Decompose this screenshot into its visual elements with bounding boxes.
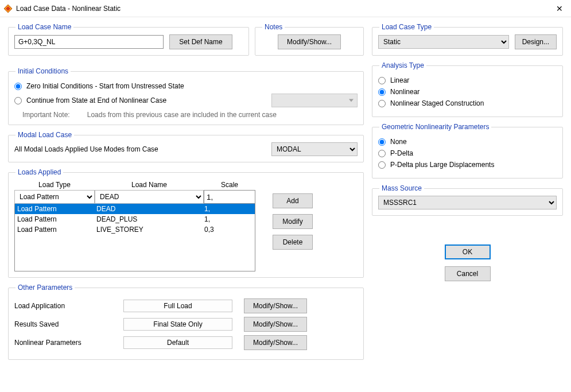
modify-show-load-application-button[interactable]: Modify/Show... — [244, 298, 307, 313]
nonlinear-parameters-label: Nonlinear Parameters — [14, 339, 112, 347]
load-scale-header: Scale — [204, 181, 255, 189]
window-title: Load Case Data - Nonlinear Static — [16, 5, 553, 13]
group-legend: Modal Load Case — [15, 131, 74, 139]
results-saved-label: Results Saved — [14, 320, 112, 328]
load-case-name-group: Load Case Name Set Def Name — [8, 23, 249, 56]
previous-case-select-disabled — [271, 94, 358, 107]
group-legend: Notes — [262, 23, 285, 31]
results-saved-value: Final State Only — [123, 318, 232, 331]
group-legend: Geometric Nonlinearity Parameters — [379, 123, 491, 131]
design-button[interactable]: Design... — [515, 34, 557, 49]
modal-load-case-group: Modal Load Case All Modal Loads Applied … — [8, 131, 364, 162]
group-legend: Other Parameters — [15, 284, 75, 292]
close-icon[interactable]: ✕ — [553, 3, 566, 14]
load-case-type-group: Load Case Type Static Design... — [372, 23, 563, 56]
other-parameters-group: Other Parameters Load Application Full L… — [8, 284, 364, 360]
zero-initial-radio[interactable] — [14, 83, 22, 90]
notes-group: Notes Modify/Show... — [255, 23, 364, 56]
modify-show-nonlinear-parameters-button[interactable]: Modify/Show... — [244, 335, 307, 350]
important-note-text: Loads from this previous case are includ… — [87, 111, 277, 119]
table-row[interactable]: Load Pattern LIVE_STOREY 0,3 — [15, 224, 255, 235]
analysis-staged-radio[interactable] — [378, 100, 386, 107]
load-type-header: Load Type — [14, 181, 95, 189]
modify-show-notes-button[interactable]: Modify/Show... — [278, 34, 341, 49]
geom-none-label: None — [390, 138, 407, 146]
load-case-name-input[interactable] — [14, 35, 164, 49]
modify-load-button[interactable]: Modify — [273, 214, 313, 229]
loads-list[interactable]: Load Pattern DEAD 1, Load Pattern DEAD_P… — [14, 204, 255, 271]
loads-applied-group: Loads Applied Load Type Load Name Scale … — [8, 168, 364, 278]
continue-state-label: Continue from State at End of Nonlinear … — [26, 96, 166, 104]
geom-pdelta-label: P-Delta — [390, 149, 413, 157]
important-note-label: Important Note: — [22, 111, 70, 119]
analysis-nonlinear-radio[interactable] — [378, 88, 386, 96]
add-load-button[interactable]: Add — [273, 193, 313, 208]
cancel-button[interactable]: Cancel — [445, 266, 491, 281]
geom-none-radio[interactable] — [378, 138, 386, 146]
group-legend: Initial Conditions — [15, 67, 71, 75]
modify-show-results-saved-button[interactable]: Modify/Show... — [244, 317, 307, 332]
geom-pdelta-large-radio[interactable] — [378, 161, 386, 169]
geom-pdelta-large-label: P-Delta plus Large Displacements — [390, 161, 494, 169]
load-application-value: Full Load — [123, 300, 232, 312]
ok-button[interactable]: OK — [445, 244, 491, 259]
mass-source-group: Mass Source MSSSRC1 — [372, 184, 563, 216]
analysis-type-group: Analysis Type Linear Nonlinear Nonlinear… — [372, 61, 563, 117]
delete-load-button[interactable]: Delete — [273, 235, 313, 250]
group-legend: Load Case Name — [15, 23, 73, 31]
table-row[interactable]: Load Pattern DEAD 1, — [15, 204, 255, 214]
geom-pdelta-radio[interactable] — [378, 150, 386, 157]
load-name-header: Load Name — [95, 181, 204, 189]
group-legend: Mass Source — [379, 184, 424, 192]
group-legend: Load Case Type — [379, 23, 434, 31]
table-row[interactable]: Load Pattern DEAD_PLUS 1, — [15, 214, 255, 224]
initial-conditions-group: Initial Conditions Zero Initial Conditio… — [8, 67, 364, 125]
modal-load-label: All Modal Loads Applied Use Modes from C… — [14, 145, 158, 153]
analysis-staged-label: Nonlinear Staged Construction — [390, 99, 484, 107]
titlebar: Load Case Data - Nonlinear Static ✕ — [0, 0, 571, 17]
load-name-select[interactable]: DEAD — [95, 190, 204, 204]
load-scale-input[interactable] — [204, 190, 255, 204]
load-type-select[interactable]: Load Pattern — [14, 190, 95, 204]
group-legend: Loads Applied — [15, 168, 63, 176]
geom-nonlinearity-group: Geometric Nonlinearity Parameters None P… — [372, 123, 563, 178]
mass-source-select[interactable]: MSSSRC1 — [378, 196, 557, 209]
analysis-nonlinear-label: Nonlinear — [390, 88, 419, 96]
analysis-linear-label: Linear — [390, 76, 409, 84]
set-def-name-button[interactable]: Set Def Name — [169, 34, 232, 49]
app-icon — [3, 4, 13, 13]
load-application-label: Load Application — [14, 302, 112, 310]
nonlinear-parameters-value: Default — [123, 336, 232, 349]
continue-state-radio[interactable] — [14, 97, 22, 104]
analysis-linear-radio[interactable] — [378, 77, 386, 84]
group-legend: Analysis Type — [379, 61, 426, 69]
load-case-type-select[interactable]: Static — [378, 35, 509, 49]
zero-initial-label: Zero Initial Conditions - Start from Uns… — [26, 82, 184, 90]
modal-load-select[interactable]: MODAL — [271, 142, 358, 156]
